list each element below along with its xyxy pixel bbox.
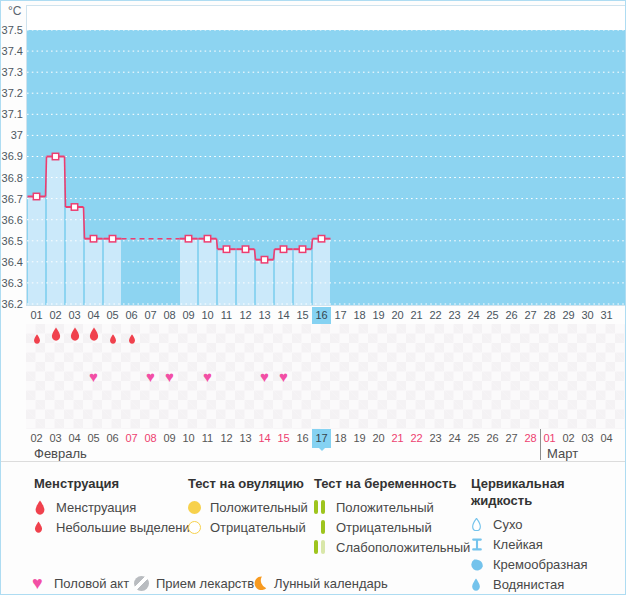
cycle-day-cell[interactable]: 23 xyxy=(445,307,464,324)
cycle-day-cell[interactable]: 14 xyxy=(274,307,293,324)
cycle-day-cell[interactable]: 13 xyxy=(255,307,274,324)
circle-outline-yellow-icon xyxy=(188,521,210,534)
cycle-day-cell[interactable]: 24 xyxy=(464,307,483,324)
y-tick-label: 36.3 xyxy=(1,277,23,289)
legend-item-label: Слабоположительный xyxy=(336,540,470,555)
creamy-blue-icon xyxy=(471,558,493,571)
cycle-day-cell[interactable]: 31 xyxy=(597,307,616,324)
y-tick-label: 36.4 xyxy=(1,256,23,268)
cycle-day-cell[interactable]: 27 xyxy=(521,307,540,324)
cycle-day-cell[interactable]: 05 xyxy=(103,307,122,324)
pill-gray-icon xyxy=(134,576,156,591)
moon-orange-icon xyxy=(252,575,274,591)
y-tick-label: 37 xyxy=(1,129,23,141)
y-tick-label: 36.9 xyxy=(1,150,23,162)
legend-separator xyxy=(1,461,626,462)
legend-item: Положительный xyxy=(314,497,470,517)
intercourse-heart-icon: ♥ xyxy=(260,369,269,384)
legend-item: Клейкая xyxy=(471,534,625,554)
temperature-unit-label: °C xyxy=(8,4,21,18)
legend-section-title: Тест на беременность xyxy=(314,475,470,492)
drop-large-icon xyxy=(34,500,56,515)
y-tick-label: 36.6 xyxy=(1,214,23,226)
legend-item: Небольшие выделения xyxy=(34,517,197,537)
cycle-day-cell[interactable]: 11 xyxy=(217,307,236,324)
legend-item: Прием лекарств xyxy=(134,573,254,593)
legend-bottom-row: ♥Половой актПрием лекарствЛунный календа… xyxy=(1,573,626,595)
cycle-day-cell[interactable]: 22 xyxy=(426,307,445,324)
cycle-day-cell[interactable]: 10 xyxy=(198,307,217,324)
cycle-day-cell[interactable]: 15 xyxy=(293,307,312,324)
legend-section: Тест на беременностьПоложительныйОтрицат… xyxy=(314,475,470,557)
cycle-day-cell[interactable]: 29 xyxy=(559,307,578,324)
y-tick-label: 37.3 xyxy=(1,66,23,78)
cycle-day-cell[interactable]: 03 xyxy=(65,307,84,324)
cycle-day-cell[interactable]: 08 xyxy=(160,307,179,324)
drop-outline-blue-icon xyxy=(471,518,493,531)
legend-item-label: Прием лекарств xyxy=(156,576,254,591)
bars-weak-green-icon xyxy=(314,540,336,554)
legend-section-title: Менструация xyxy=(34,475,197,492)
y-tick-label: 36.7 xyxy=(1,193,23,205)
legend-item-label: Сухо xyxy=(493,517,522,532)
y-tick-label: 37.4 xyxy=(1,45,23,57)
y-tick-label: 37.2 xyxy=(1,87,23,99)
legend-item: Отрицательный xyxy=(314,517,470,537)
cycle-day-cell[interactable]: 25 xyxy=(483,307,502,324)
legend-item: Отрицательный xyxy=(188,517,308,537)
cycle-day-cell[interactable]: 06 xyxy=(122,307,141,324)
legend-item: Лунный календарь xyxy=(252,573,388,593)
cycle-day-cell[interactable]: 28 xyxy=(540,307,559,324)
legend-item-label: Отрицательный xyxy=(210,520,306,535)
legend-item-label: Положительный xyxy=(336,500,434,515)
y-tick-label: 36.8 xyxy=(1,172,23,184)
legend-item-label: Кремообразная xyxy=(493,557,588,572)
menstruation-drop-icon xyxy=(50,327,61,345)
intercourse-heart-icon: ♥ xyxy=(203,369,212,384)
legend-item-label: Лунный календарь xyxy=(274,576,388,591)
legend-section-title: Цервикальная жидкость xyxy=(471,475,625,509)
cycle-day-cell[interactable]: 01 xyxy=(27,307,46,324)
legend-item: ♥Половой акт xyxy=(32,573,129,593)
y-tick-label: 37.1 xyxy=(1,108,23,120)
legend-item-label: Клейкая xyxy=(493,537,543,552)
cycle-day-cell[interactable]: 26 xyxy=(502,307,521,324)
heart-pink-icon: ♥ xyxy=(32,574,54,592)
cycle-day-cell[interactable]: 20 xyxy=(388,307,407,324)
cycle-day-cell[interactable]: 21 xyxy=(407,307,426,324)
legend-item-label: Положительный xyxy=(210,500,308,515)
legend-item-label: Отрицательный xyxy=(336,520,432,535)
intercourse-heart-icon: ♥ xyxy=(165,369,174,384)
legend-item-label: Небольшие выделения xyxy=(56,520,197,535)
cycle-day-cell[interactable]: 09 xyxy=(179,307,198,324)
y-tick-label: 37.5 xyxy=(1,24,23,36)
legend-item: Слабоположительный xyxy=(314,537,470,557)
cycle-day-cell[interactable]: 12 xyxy=(236,307,255,324)
cycle-day-cell[interactable]: 19 xyxy=(369,307,388,324)
intercourse-heart-icon: ♥ xyxy=(279,369,288,384)
legend-item: Менструация xyxy=(34,497,197,517)
month-row: Февраль Март xyxy=(1,446,626,461)
menstruation-drop-icon xyxy=(33,330,41,348)
drop-small-icon xyxy=(34,521,56,533)
menstruation-drop-icon xyxy=(128,330,136,348)
menstruation-drop-icon xyxy=(69,327,80,345)
cycle-day-cell[interactable]: 30 xyxy=(578,307,597,324)
cycle-day-cell[interactable]: 07 xyxy=(141,307,160,324)
legend-item-label: Половой акт xyxy=(54,576,129,591)
legend-item: Положительный xyxy=(188,497,308,517)
month-label-february: Февраль xyxy=(34,446,87,461)
circle-filled-yellow-icon xyxy=(188,501,210,514)
intercourse-heart-icon: ♥ xyxy=(89,369,98,384)
cycle-day-cell[interactable]: 17 xyxy=(331,307,350,324)
y-tick-label: 36.2 xyxy=(1,298,23,310)
cycle-day-cell[interactable]: 04 xyxy=(84,307,103,324)
cycle-day-cell[interactable]: 18 xyxy=(350,307,369,324)
cycle-day-row: 0102030405060708091011121314151617181920… xyxy=(26,307,626,324)
legend-item: Кремообразная xyxy=(471,554,625,574)
cycle-day-cell[interactable]: 02 xyxy=(46,307,65,324)
current-cycle-day-cell[interactable]: 16 xyxy=(312,307,331,324)
menstruation-drop-icon xyxy=(109,330,117,348)
bbt-chart-page: °C 37.537.437.337.237.13736.936.836.736.… xyxy=(0,0,626,595)
temperature-chart-area xyxy=(26,5,626,306)
